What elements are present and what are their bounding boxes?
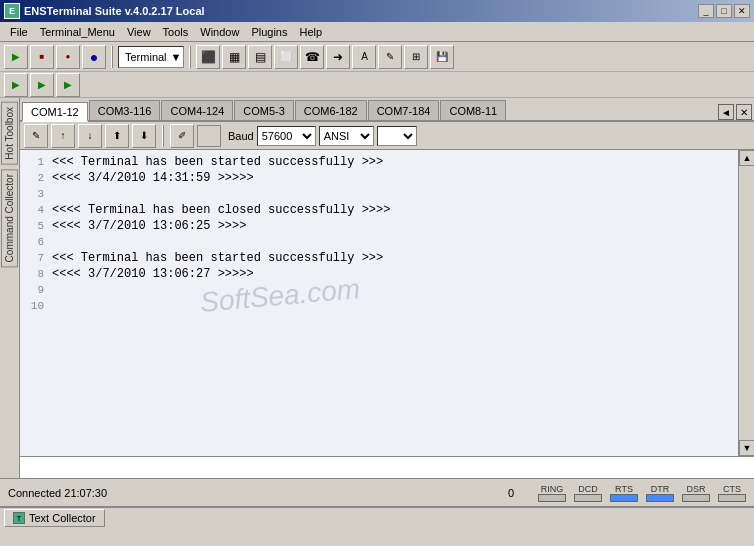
line-number: 4 [20, 202, 50, 218]
scroll-down-button[interactable]: ▼ [739, 440, 754, 456]
scroll-track[interactable] [739, 166, 754, 440]
terminal-paste-button[interactable]: ⬇ [132, 124, 156, 148]
indicator-dsr: DSR [682, 484, 710, 502]
circle-button[interactable]: ● [82, 45, 106, 69]
baud-select[interactable]: 57600 9600 115200 [257, 126, 316, 146]
scrollbar[interactable]: ▲ ▼ [738, 150, 754, 456]
minimize-button[interactable]: _ [698, 4, 714, 18]
menu-item-plugins[interactable]: Plugins [245, 24, 293, 40]
stop-icon: ■ [40, 52, 45, 61]
text-button[interactable]: A [352, 45, 376, 69]
arrow-button[interactable]: ➜ [326, 45, 350, 69]
line-content: <<<< Terminal has been closed successful… [50, 202, 738, 218]
maximize-button[interactable]: □ [716, 4, 732, 18]
title-controls: _ □ ✕ [698, 4, 750, 18]
tab-strip: COM1-12 COM3-116 COM4-124 COM5-3 COM6-18… [20, 98, 754, 122]
disconnect-button[interactable]: ▦ [222, 45, 246, 69]
terminal-up-button[interactable]: ↑ [51, 124, 75, 148]
toolbar2: ▶ ▶ ▶ [0, 72, 754, 98]
input-area[interactable] [20, 456, 754, 478]
menu-bar: FileTerminal_MenuViewToolsWindowPluginsH… [0, 22, 754, 42]
tab-com7-184[interactable]: COM7-184 [368, 100, 440, 120]
title-bar-text: E ENSTerminal Suite v.4.0.2.17 Local [4, 3, 205, 19]
indicator-rts: RTS [610, 484, 638, 502]
line-number: 8 [20, 266, 50, 282]
stop-button[interactable]: ■ [30, 45, 54, 69]
mode-select[interactable]: ANSI VT100 VT220 [319, 126, 374, 146]
indicator-light [574, 494, 602, 502]
menu-item-view[interactable]: View [121, 24, 157, 40]
menu-item-file[interactable]: File [4, 24, 34, 40]
tab-close[interactable]: ✕ [736, 104, 752, 120]
play4-button[interactable]: ▶ [56, 73, 80, 97]
line-content [50, 186, 738, 202]
taskbar-label: Text Collector [29, 512, 96, 524]
taskbar-text-collector[interactable]: T Text Collector [4, 509, 105, 527]
grid-button[interactable]: ⊞ [404, 45, 428, 69]
indicator-cts: CTS [718, 484, 746, 502]
tab-com6-182[interactable]: COM6-182 [295, 100, 367, 120]
tab-com4-124[interactable]: COM4-124 [161, 100, 233, 120]
status-bar: Connected 21:07:30 0 RINGDCDRTSDTRDSRCTS [0, 478, 754, 506]
scroll-up-button[interactable]: ▲ [739, 150, 754, 166]
menu-item-tools[interactable]: Tools [157, 24, 195, 40]
indicator-label: CTS [723, 484, 741, 494]
close-button[interactable]: ✕ [734, 4, 750, 18]
line-number: 5 [20, 218, 50, 234]
connection-status: Connected 21:07:30 [8, 487, 492, 499]
indicator-light [718, 494, 746, 502]
terminal-edit-button[interactable]: ✐ [170, 124, 194, 148]
connect-button[interactable]: ⬛ [196, 45, 220, 69]
play-icon: ▶ [12, 51, 20, 62]
terminal-dropdown[interactable]: Terminal ▼ [118, 46, 184, 68]
play2-button[interactable]: ▶ [4, 73, 28, 97]
line-content: <<<< 3/7/2010 13:06:25 >>>> [50, 218, 738, 234]
table-row: 1<<< Terminal has been started successfu… [20, 154, 738, 170]
terminal-copy-button[interactable]: ⬆ [105, 124, 129, 148]
main-area: Hot Toolbox Command Collector COM1-12 CO… [0, 98, 754, 478]
menu-item-help[interactable]: Help [293, 24, 328, 40]
taskbar: T Text Collector [0, 506, 754, 528]
tab-com3-116[interactable]: COM3-116 [89, 100, 161, 120]
command-input[interactable] [22, 462, 752, 474]
table-row: 2<<<< 3/4/2010 14:31:59 >>>>> [20, 170, 738, 186]
script-button[interactable]: ⬜ [274, 45, 298, 69]
tab-strip-right: ◄ ✕ [718, 104, 752, 120]
tab-com8-11[interactable]: COM8-11 [440, 100, 506, 120]
indicators-area: RINGDCDRTSDTRDSRCTS [538, 484, 746, 502]
play3-button[interactable]: ▶ [30, 73, 54, 97]
play-button[interactable]: ▶ [4, 45, 28, 69]
terminal-down-button[interactable]: ↓ [78, 124, 102, 148]
menu-item-terminal_menu[interactable]: Terminal_Menu [34, 24, 121, 40]
record-button[interactable]: ● [56, 45, 80, 69]
indicator-ring: RING [538, 484, 566, 502]
terminal-toolbar: ✎ ↑ ↓ ⬆ ⬇ ✐ Baud 57600 9600 115200 ANSI … [20, 122, 754, 150]
line-number: 7 [20, 250, 50, 266]
sidebar-item-command-collector[interactable]: Command Collector [1, 169, 18, 267]
line-number: 9 [20, 282, 50, 298]
app-icon: E [4, 3, 20, 19]
tab-com1-12[interactable]: COM1-12 [22, 102, 88, 122]
line-content [50, 282, 738, 298]
taskbar-icon: T [13, 512, 25, 524]
indicator-label: DCD [578, 484, 598, 494]
toolbar1: ▶ ■ ● ● Terminal ▼ ⬛ ▦ ▤ ⬜ ☎ ➜ A ✎ ⊞ 💾 [0, 42, 754, 72]
sidebar-item-hot-toolbox[interactable]: Hot Toolbox [1, 102, 18, 165]
edit-button[interactable]: ✎ [378, 45, 402, 69]
table-row: 7<<< Terminal has been started successfu… [20, 250, 738, 266]
indicator-dtr: DTR [646, 484, 674, 502]
terminal-content[interactable]: 1<<< Terminal has been started successfu… [20, 150, 738, 456]
phone-button[interactable]: ☎ [300, 45, 324, 69]
terminal-clear-button[interactable]: ✎ [24, 124, 48, 148]
save-button[interactable]: 💾 [430, 45, 454, 69]
tab-scroll-left[interactable]: ◄ [718, 104, 734, 120]
extra-select[interactable] [377, 126, 417, 146]
status-zero: 0 [508, 487, 514, 499]
line-number: 3 [20, 186, 50, 202]
terminal-icon2[interactable] [197, 125, 221, 147]
tab-com5-3[interactable]: COM5-3 [234, 100, 294, 120]
table-row: 3 [20, 186, 738, 202]
config-button[interactable]: ▤ [248, 45, 272, 69]
menu-item-window[interactable]: Window [194, 24, 245, 40]
table-row: 6 [20, 234, 738, 250]
